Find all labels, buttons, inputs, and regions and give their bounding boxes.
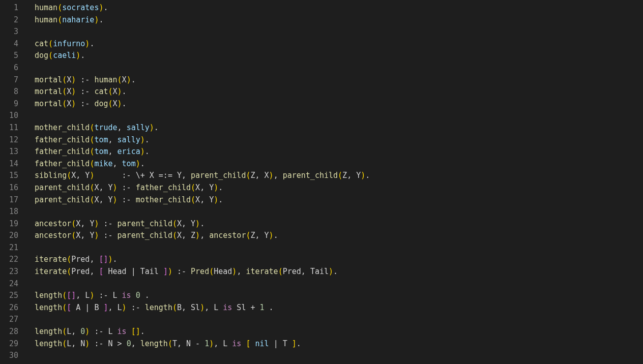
code-line[interactable]: cat(infurno). <box>35 38 643 50</box>
token-punct: . <box>113 255 118 264</box>
token-fn: iterate <box>35 267 67 276</box>
token-punct: , <box>214 339 223 348</box>
token-op: > <box>118 339 122 348</box>
token-paren: ( <box>278 267 283 276</box>
token-op: :- <box>127 303 145 312</box>
token-paren: ( <box>71 219 76 228</box>
code-line[interactable]: father_child(mike, tom). <box>35 158 643 170</box>
code-line[interactable] <box>35 110 643 122</box>
token-punct: . <box>274 231 278 240</box>
token-op <box>200 339 204 348</box>
code-line[interactable]: parent_child(X, Y) :- father_child(X, Y)… <box>35 182 643 194</box>
code-line[interactable]: human(socrates). <box>35 2 643 14</box>
code-line[interactable]: length(L, 0) :- L is []. <box>35 326 643 338</box>
token-num: 1 <box>260 303 265 312</box>
token-punct: , <box>118 123 127 132</box>
token-var: X <box>67 75 71 84</box>
token-op <box>250 339 255 348</box>
token-atom: nil <box>255 339 269 348</box>
code-line[interactable]: sibling(X, Y) :- \+ X =:= Y, parent_chil… <box>35 170 643 182</box>
code-line[interactable] <box>35 62 643 74</box>
token-punct: , <box>200 195 209 204</box>
token-op: :- <box>90 339 108 348</box>
code-line[interactable]: father_child(tom, sally). <box>35 134 643 146</box>
token-punct: . <box>297 339 301 348</box>
token-var: X <box>122 75 127 84</box>
token-op <box>269 339 274 348</box>
code-line[interactable]: mortal(X) :- human(X). <box>35 74 643 86</box>
token-punct: . <box>365 171 370 180</box>
token-paren: ) <box>361 171 365 180</box>
token-var: X <box>76 231 80 240</box>
token-punct: . <box>200 219 204 228</box>
code-line[interactable]: dog(caeli). <box>35 50 643 62</box>
code-line[interactable] <box>35 206 643 218</box>
token-op <box>255 303 260 312</box>
token-punct: , <box>80 219 90 228</box>
line-number: 13 <box>0 146 22 158</box>
token-var: X <box>113 87 118 96</box>
code-line[interactable]: length([], L) :- L is 0 . <box>35 290 643 302</box>
token-paren: ( <box>108 99 113 108</box>
token-var: X <box>113 99 118 108</box>
code-line[interactable] <box>35 278 643 290</box>
code-line[interactable]: human(naharie). <box>35 14 643 26</box>
code-line[interactable]: mother_child(trude, sally). <box>35 122 643 134</box>
code-line[interactable]: length([ A | B ], L) :- length(B, Sl), L… <box>35 302 643 314</box>
code-line[interactable] <box>35 26 643 38</box>
token-var: L <box>67 327 71 336</box>
code-line[interactable]: parent_child(X, Y) :- mother_child(X, Y)… <box>35 194 643 206</box>
code-content[interactable]: human(socrates).human(naharie). cat(infu… <box>28 0 643 364</box>
token-paren: ) <box>71 87 76 96</box>
token-fn: mother_child <box>136 195 191 204</box>
token-punct: , <box>108 135 118 144</box>
token-fn: sibling <box>35 171 67 180</box>
token-var: Head <box>103 267 131 276</box>
token-paren: ) <box>71 99 76 108</box>
code-line[interactable] <box>35 314 643 326</box>
token-punct: . <box>131 75 136 84</box>
code-editor[interactable]: 1234567891011121314151617181920212223242… <box>0 0 643 364</box>
code-line[interactable]: mortal(X) :- dog(X). <box>35 98 643 110</box>
token-punct: , <box>90 255 99 264</box>
code-line[interactable]: length(L, N) :- N > 0, length(T, N - 1),… <box>35 338 643 350</box>
token-paren: ) <box>200 303 204 312</box>
token-var: T <box>172 339 177 348</box>
token-op: =:= <box>159 171 172 180</box>
token-punct: , <box>182 219 191 228</box>
token-var: X <box>177 231 182 240</box>
line-number: 27 <box>0 314 22 326</box>
token-op: :- <box>76 75 94 84</box>
line-number: 2 <box>0 14 22 26</box>
token-punct: . <box>103 3 108 12</box>
token-paren: ( <box>62 99 67 108</box>
token-fn: mortal <box>35 75 62 84</box>
token-paren2: [ <box>67 303 71 312</box>
token-punct: , <box>182 171 191 180</box>
token-fn: parent_child <box>35 195 90 204</box>
token-var: B <box>177 303 182 312</box>
token-punct: , <box>255 171 265 180</box>
token-punct: . <box>99 15 103 24</box>
line-number: 26 <box>0 302 22 314</box>
line-number: 24 <box>0 278 22 290</box>
token-var: X <box>145 171 159 180</box>
code-line[interactable] <box>35 350 643 362</box>
code-line[interactable]: iterate(Pred, []). <box>35 254 643 266</box>
token-paren: ) <box>150 123 154 132</box>
token-var: Tail <box>310 267 329 276</box>
token-punct: . <box>140 159 145 168</box>
token-atom: erica <box>118 147 140 156</box>
token-paren: ) <box>209 339 214 348</box>
token-paren: ( <box>62 303 67 312</box>
line-number: 10 <box>0 110 22 122</box>
code-line[interactable]: iterate(Pred, [ Head | Tail ]) :- Pred(H… <box>35 266 643 278</box>
code-line[interactable]: mortal(X) :- cat(X). <box>35 86 643 98</box>
token-op: | <box>274 339 278 348</box>
token-var: Y <box>191 219 195 228</box>
code-line[interactable] <box>35 242 643 254</box>
code-line[interactable]: ancestor(X, Y) :- parent_child(X, Y). <box>35 218 643 230</box>
code-line[interactable]: ancestor(X, Y) :- parent_child(X, Z), an… <box>35 230 643 242</box>
token-paren: ) <box>195 219 200 228</box>
code-line[interactable]: father_child(tom, erica). <box>35 146 643 158</box>
